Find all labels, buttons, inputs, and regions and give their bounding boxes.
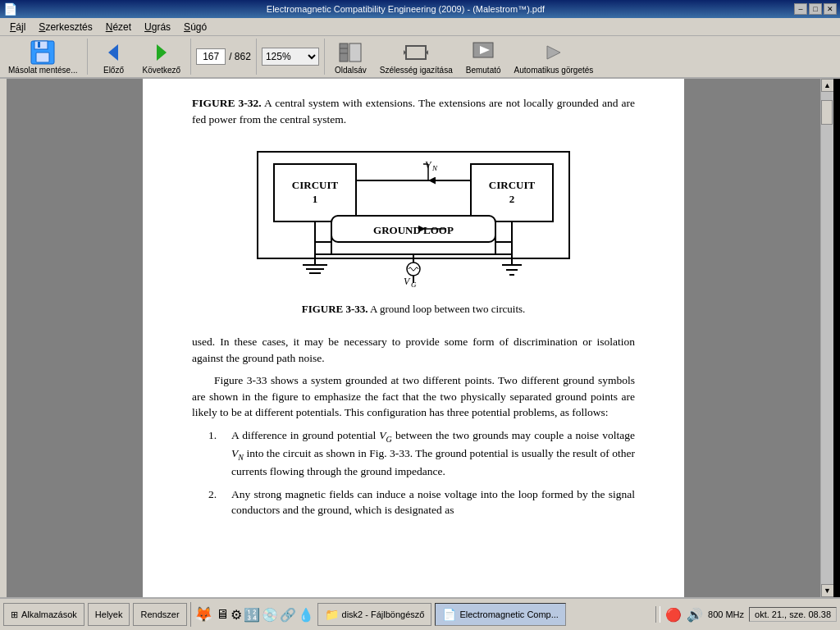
toolbar-separator-1 — [87, 39, 88, 75]
prev-label: Előző — [103, 66, 124, 75]
applications-icon: ⊞ — [11, 609, 18, 620]
svg-text:N: N — [431, 164, 438, 172]
cpu-freq-label: 800 MHz — [708, 609, 744, 619]
list-content-1: A difference in ground potential VG betw… — [231, 427, 635, 480]
right-scrollbar[interactable]: ▲ ▼ — [820, 79, 833, 597]
present-icon — [470, 39, 496, 66]
figure-333-caption: FIGURE 3-33. A ground loop between two c… — [192, 302, 635, 317]
sidebar-button[interactable]: Oldalsáv — [330, 38, 372, 76]
auto-scroll-button[interactable]: Automatikus görgetés — [509, 38, 599, 76]
network-icon[interactable]: 🔗 — [280, 607, 296, 623]
pdf-viewer-icon: 📄 — [442, 608, 456, 621]
toolbar: Másolat mentése... Előző Következő 167 /… — [0, 36, 840, 79]
page-content: FIGURE 3-32. A central system with exten… — [143, 79, 684, 597]
fit-width-label: Szélesség igazítása — [380, 66, 453, 75]
scroll-down-button[interactable]: ▼ — [821, 584, 834, 597]
menu-nezet[interactable]: Nézet — [99, 20, 138, 34]
left-margin — [0, 79, 7, 597]
fit-width-button[interactable]: Szélesség igazítása — [375, 38, 458, 76]
menu-bar: Fájl Szerkesztés Nézet Ugrás Súgó — [0, 18, 840, 36]
taskbar-pdf-viewer[interactable]: 📄 Electromagnetic Comp... — [435, 603, 565, 626]
right-black-bar — [833, 79, 840, 597]
window-controls[interactable]: – □ ✕ — [794, 3, 837, 15]
taskbar: ⊞ Alkalmazások Helyek Rendszer 🦊 🖥 ⚙ 🔢 💿… — [0, 597, 840, 630]
taskbar-helyek[interactable]: Helyek — [88, 603, 130, 626]
sidebar-label: Oldalsáv — [335, 66, 367, 75]
svg-marker-4 — [108, 44, 118, 61]
scroll-up-button[interactable]: ▲ — [821, 79, 834, 92]
toolbar-separator-2 — [190, 39, 191, 75]
auto-scroll-icon — [541, 39, 567, 66]
body-para-2: Figure 3-33 shows a system grounded at t… — [192, 372, 635, 421]
cpu-icon[interactable]: ⚙ — [231, 607, 242, 623]
svg-text:2: 2 — [509, 193, 515, 205]
pdf-viewer-label: Electromagnetic Comp... — [459, 609, 558, 619]
present-label: Bemutató — [466, 66, 501, 75]
terminal-icon[interactable]: 🖥 — [216, 607, 229, 622]
next-button[interactable]: Következő — [137, 38, 185, 76]
save-icon — [30, 39, 56, 66]
fit-width-icon — [403, 39, 429, 66]
page-separator: / 862 — [229, 51, 251, 62]
list-num-1: 1. — [208, 427, 225, 480]
next-label: Következő — [142, 66, 180, 75]
list-container: 1. A difference in ground potential VG b… — [192, 427, 635, 518]
disk-icon[interactable]: 💿 — [262, 607, 278, 623]
svg-rect-7 — [349, 43, 361, 62]
page-number-input[interactable]: 167 — [196, 48, 226, 65]
auto-scroll-label: Automatikus görgetés — [514, 66, 594, 75]
taskbar-file-browser[interactable]: 📁 disk2 - Fájlböngésző — [317, 603, 432, 626]
menu-fajl[interactable]: Fájl — [3, 20, 32, 34]
firefox-app-icon[interactable]: 🦊 — [194, 605, 212, 623]
menu-szerkesztes[interactable]: Szerkesztés — [32, 20, 98, 34]
svg-text:1: 1 — [313, 193, 318, 205]
taskbar-rendszer[interactable]: Rendszer — [133, 603, 186, 626]
toolbar-separator-4 — [324, 39, 325, 75]
list-item-1: 1. A difference in ground potential VG b… — [192, 427, 635, 480]
title-bar-icon: 📄 — [3, 2, 17, 16]
system-tray-icons: 🖥 ⚙ 🔢 💿 🔗 💧 — [216, 607, 314, 623]
scrollbar-track[interactable] — [821, 92, 833, 584]
svg-marker-17 — [547, 46, 560, 59]
droplet-icon[interactable]: 💧 — [298, 607, 314, 623]
svg-marker-5 — [157, 44, 167, 61]
present-button[interactable]: Bemutató — [461, 38, 506, 76]
menu-ugras[interactable]: Ugrás — [138, 20, 177, 34]
save-label: Másolat mentése... — [8, 66, 77, 75]
sidebar-icon — [337, 39, 363, 66]
minimize-button[interactable]: – — [794, 3, 807, 15]
taskbar-right: 🔴 🔊 800 MHz okt. 21., sze. 08.38 — [655, 606, 837, 623]
scrollbar-thumb[interactable] — [821, 100, 833, 125]
svg-text:CIRCUIT: CIRCUIT — [292, 179, 339, 191]
save-button[interactable]: Másolat mentése... — [3, 38, 82, 76]
helyek-label: Helyek — [95, 609, 123, 619]
next-icon — [148, 39, 175, 66]
file-browser-label: disk2 - Fájlböngésző — [342, 609, 425, 619]
rendszer-label: Rendszer — [140, 609, 179, 619]
list-num-2: 2. — [208, 486, 225, 518]
zoom-select[interactable]: 125% 50% 75% 100% 150% 200% — [262, 48, 319, 66]
title-bar: 📄 Electromagnetic Compatibility Engineer… — [0, 0, 840, 18]
power-icon[interactable]: 🔴 — [665, 607, 682, 623]
menu-sugo[interactable]: Súgó — [177, 20, 213, 34]
applications-label: Alkalmazások — [21, 609, 77, 619]
prev-icon — [100, 39, 126, 66]
toolbar-separator-3 — [256, 39, 257, 75]
maximize-button[interactable]: □ — [809, 3, 822, 15]
circuit-diagram-svg: CIRCUIT 1 CIRCUIT 2 V N — [233, 144, 594, 295]
svg-text:CIRCUIT: CIRCUIT — [489, 179, 536, 191]
prev-button[interactable]: Előző — [93, 38, 134, 76]
window-title: Electromagnetic Compatibility Engineerin… — [17, 4, 794, 14]
svg-rect-6 — [340, 43, 348, 62]
svg-rect-1 — [34, 41, 48, 49]
close-button[interactable]: ✕ — [824, 3, 837, 15]
firefox-icon: 🦊 — [194, 605, 212, 623]
pdf-area[interactable]: FIGURE 3-32. A central system with exten… — [7, 79, 820, 597]
svg-text:V: V — [404, 276, 411, 287]
figure-332-caption: FIGURE 3-32. A central system with exten… — [192, 95, 635, 127]
clock-display[interactable]: okt. 21., sze. 08.38 — [749, 607, 837, 622]
list-item-2: 2. Any strong magnetic fields can induce… — [192, 486, 635, 518]
calc-icon[interactable]: 🔢 — [244, 607, 260, 623]
volume-icon[interactable]: 🔊 — [687, 607, 703, 623]
taskbar-applications[interactable]: ⊞ Alkalmazások — [3, 603, 84, 626]
